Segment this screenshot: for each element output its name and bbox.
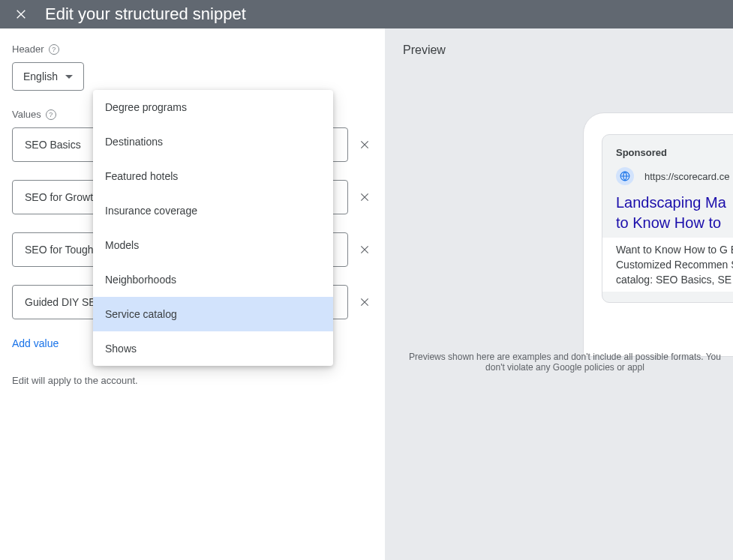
ad-url: https://scorecard.ce xyxy=(644,171,729,182)
help-icon[interactable]: ? xyxy=(46,109,56,120)
edit-panel: Header ? English Values ? SEO Basics SEO… xyxy=(0,28,385,560)
top-bar: Edit your structured snippet xyxy=(0,0,733,28)
dropdown-option[interactable]: Featured hotels xyxy=(93,159,333,193)
ad-body: Want to Know How to G Business? Take Our… xyxy=(616,242,733,287)
dropdown-option[interactable]: Degree programs xyxy=(93,90,333,124)
clear-icon[interactable] xyxy=(357,190,372,205)
header-dropdown: Degree programs Destinations Featured ho… xyxy=(93,90,333,366)
clear-icon[interactable] xyxy=(357,242,372,257)
dropdown-option[interactable]: Shows xyxy=(93,331,333,366)
ad-card: Sponsored https://scorecard.ce Landscapi… xyxy=(602,134,733,303)
phone-frame: Sponsored https://scorecard.ce Landscapi… xyxy=(583,112,733,357)
chevron-down-icon xyxy=(65,75,73,79)
page-title: Edit your structured snippet xyxy=(45,4,246,24)
dropdown-option[interactable]: Models xyxy=(93,228,333,262)
language-value: English xyxy=(23,70,58,82)
ad-headline: Landscaping Ma to Know How to xyxy=(616,193,733,233)
sponsored-label: Sponsored xyxy=(616,147,733,158)
language-select[interactable]: English xyxy=(12,62,84,91)
preview-panel: Preview Sponsored https://scorecard.ce L… xyxy=(385,28,733,560)
dropdown-option-selected[interactable]: Service catalog xyxy=(93,297,333,331)
help-icon[interactable]: ? xyxy=(49,44,59,55)
close-icon[interactable] xyxy=(12,5,30,23)
preview-title: Preview xyxy=(403,43,733,57)
dropdown-option[interactable]: Insurance coverage xyxy=(93,193,333,228)
ad-url-row: https://scorecard.ce xyxy=(616,167,733,185)
dropdown-option[interactable]: Neighborhoods xyxy=(93,262,333,297)
clear-icon[interactable] xyxy=(357,137,372,152)
preview-disclaimer: Previews shown here are examples and don… xyxy=(397,352,733,373)
globe-icon xyxy=(616,167,634,185)
clear-icon[interactable] xyxy=(357,295,372,310)
header-label: Header ? xyxy=(12,43,373,55)
edit-note: Edit will apply to the account. xyxy=(12,375,373,386)
dropdown-option[interactable]: Destinations xyxy=(93,124,333,159)
